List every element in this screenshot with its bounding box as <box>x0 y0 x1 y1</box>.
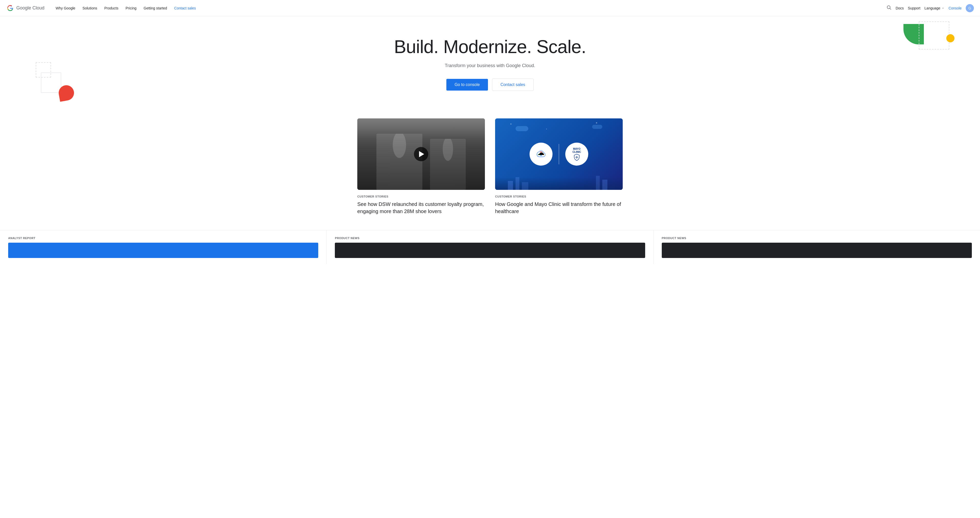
svg-text:☁: ☁ <box>538 149 544 156</box>
mayo-text: MAYOCLINIC <box>573 148 581 154</box>
product-news-card-2[interactable]: PRODUCT NEWS <box>654 230 980 264</box>
logo[interactable]: Google Cloud <box>6 4 45 12</box>
nav-why-google[interactable]: Why Google <box>52 4 78 12</box>
analyst-report-card[interactable]: ANALYST REPORT <box>0 230 327 264</box>
svg-line-2 <box>890 8 891 10</box>
google-cloud-logo-circle: ☁ <box>530 143 552 165</box>
svg-point-1 <box>887 6 891 9</box>
mayo-card-label: CUSTOMER STORIES <box>495 195 623 198</box>
mayo-card[interactable]: ☁ MAYOCLINIC CUSTOMER STORIES How Google <box>495 118 623 215</box>
contact-sales-button[interactable]: Contact sales <box>492 79 534 91</box>
chevron-down-icon <box>942 6 945 10</box>
analyst-report-thumb <box>8 243 318 258</box>
dsw-card-title: See how DSW relaunched its customer loya… <box>357 200 485 215</box>
dsw-card-image <box>357 118 485 190</box>
mayo-clinic-logo: MAYOCLINIC <box>565 143 588 165</box>
google-logo-icon <box>6 4 14 12</box>
dsw-video-thumbnail <box>357 118 485 190</box>
play-button[interactable] <box>414 147 428 161</box>
play-triangle-icon <box>419 151 424 157</box>
go-to-console-button[interactable]: Go to console <box>446 79 488 91</box>
nav-solutions[interactable]: Solutions <box>80 4 100 12</box>
divider-line <box>558 144 559 164</box>
hero-title: Build. Modernize. Scale. <box>6 37 974 57</box>
bottom-section: ANALYST REPORT PRODUCT NEWS PRODUCT NEWS <box>0 230 980 264</box>
google-cloud-icon: ☁ <box>535 148 548 161</box>
console-link[interactable]: Console <box>948 6 962 10</box>
mayo-card-image: ☁ MAYOCLINIC <box>495 118 623 190</box>
hero-subtitle: Transform your business with Google Clou… <box>6 63 974 68</box>
analyst-report-label: ANALYST REPORT <box>8 237 318 240</box>
nav-products[interactable]: Products <box>101 4 121 12</box>
product-news-label-2: PRODUCT NEWS <box>662 237 972 240</box>
nav-pricing[interactable]: Pricing <box>123 4 140 12</box>
nav-contact-sales[interactable]: Contact sales <box>171 4 199 12</box>
search-icon[interactable] <box>886 5 891 11</box>
navigation: Google Cloud Why Google Solutions Produc… <box>0 0 980 16</box>
product-news-thumb-1 <box>335 243 645 258</box>
language-selector[interactable]: Language <box>924 6 944 10</box>
cards-section: CUSTOMER STORIES See how DSW relaunched … <box>337 118 643 230</box>
nav-getting-started[interactable]: Getting started <box>141 4 170 12</box>
product-news-card-1[interactable]: PRODUCT NEWS <box>327 230 653 264</box>
mayo-image-bg: ☁ MAYOCLINIC <box>495 118 623 190</box>
nav-right: Docs Support Language Console G <box>886 4 974 12</box>
product-news-thumb-2 <box>662 243 972 258</box>
dsw-card[interactable]: CUSTOMER STORIES See how DSW relaunched … <box>357 118 485 215</box>
logo-text: Google Cloud <box>16 5 45 11</box>
hero-buttons: Go to console Contact sales <box>6 79 974 91</box>
mayo-shield-icon <box>573 154 580 161</box>
video-overlay <box>357 118 485 190</box>
docs-link[interactable]: Docs <box>896 6 904 10</box>
nav-links: Why Google Solutions Products Pricing Ge… <box>52 4 886 12</box>
support-link[interactable]: Support <box>908 6 920 10</box>
product-news-label-1: PRODUCT NEWS <box>335 237 645 240</box>
mayo-card-title: How Google and Mayo Clinic will transfor… <box>495 200 623 215</box>
avatar[interactable]: G <box>966 4 974 12</box>
dsw-card-label: CUSTOMER STORIES <box>357 195 485 198</box>
hero-section: Build. Modernize. Scale. Transform your … <box>0 16 980 118</box>
